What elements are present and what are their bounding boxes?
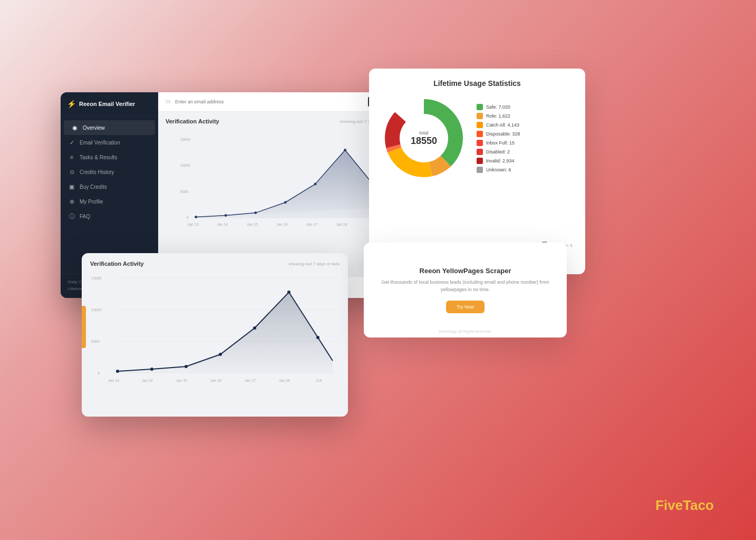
front-chart-title: Verification Activity — [90, 261, 144, 267]
svg-point-33 — [219, 353, 222, 356]
profile-icon: ⊕ — [68, 198, 75, 205]
svg-point-31 — [150, 368, 153, 371]
sidebar-item-tasks[interactable]: ≡ Tasks & Results — [61, 150, 158, 165]
svg-text:Jan 16: Jan 16 — [210, 379, 221, 382]
yellowpages-card: Reeon YellowPages Scraper Get thousands … — [364, 243, 567, 338]
svg-point-9 — [225, 214, 227, 217]
faq-icon: ⓘ — [68, 213, 75, 220]
buy-credits-icon: ▣ — [68, 183, 75, 190]
svg-text:Jan 13: Jan 13 — [188, 223, 199, 226]
svg-text:Jan 14: Jan 14 — [142, 379, 153, 382]
svg-point-11 — [284, 201, 287, 204]
legend-item: Invalid: 2,934 — [477, 158, 573, 164]
legend-item: Role: 1,622 — [477, 113, 573, 119]
sidebar-item-overview[interactable]: ◉ Overview — [64, 120, 155, 135]
sidebar-item-email-verification[interactable]: ✓ Email Verification — [61, 135, 158, 150]
donut-center: total 18550 — [411, 130, 437, 147]
email-input-icon: ✉ — [166, 98, 171, 105]
svg-text:Jan 15: Jan 15 — [247, 223, 258, 226]
svg-point-10 — [254, 211, 257, 214]
brand-taco: Taco — [683, 497, 714, 513]
svg-point-12 — [314, 182, 317, 185]
sidebar-item-faq-label: FAQ — [80, 214, 90, 219]
chart-title: Verification Activity — [166, 118, 219, 124]
svg-text:0: 0 — [187, 216, 189, 219]
sidebar-item-buy-credits[interactable]: ▣ Buy Credits — [61, 179, 158, 194]
svg-text:Jan 17: Jan 17 — [306, 223, 317, 226]
svg-text:Jan 16: Jan 16 — [277, 223, 288, 226]
yp-description: Get thousands of local business leads (i… — [379, 279, 552, 293]
fivetaco-branding: FiveTaco — [655, 497, 714, 514]
legend-item: Disposable: 328 — [477, 131, 573, 137]
svg-text:10000: 10000 — [180, 163, 190, 167]
yp-footer: technology. All Rights Reserved. — [364, 330, 567, 333]
svg-text:Jan 18: Jan 18 — [279, 379, 290, 382]
credits-history-icon: ⊙ — [68, 168, 75, 176]
chart-area: Verification Activity showing last 7 day… — [158, 112, 398, 276]
stats-legend: Safe: 7,020Role: 1,622Catch All: 4,143Di… — [477, 104, 573, 173]
svg-point-36 — [316, 336, 319, 339]
front-verification-chart: 15000 10000 5000 0 — [90, 270, 338, 397]
sidebar-item-buy-credits-label: Buy Credits — [80, 184, 107, 190]
tasks-icon: ≡ — [68, 153, 75, 161]
top-bar: ✉ Verify — [158, 92, 398, 112]
svg-text:0: 0 — [98, 371, 100, 375]
email-icon: ✓ — [68, 139, 75, 146]
sidebar-item-faq[interactable]: ⓘ FAQ — [61, 209, 158, 224]
legend-item: Safe: 7,020 — [477, 104, 573, 110]
donut-total-value: 18550 — [411, 136, 437, 147]
svg-point-8 — [195, 216, 197, 218]
legend-item: Inbox Full: 15 — [477, 140, 573, 146]
sidebar-brand: ⚡ Reeon Email Verifier — [61, 92, 158, 116]
front-chart-header: Verification Activity showing last 7 day… — [90, 261, 340, 267]
overview-icon: ◉ — [71, 124, 79, 131]
svg-text:Jan 13: Jan 13 — [108, 379, 119, 382]
yellow-accent-bar — [82, 306, 86, 348]
brand-icon: ⚡ — [67, 100, 76, 108]
brand-name: Reeon Email Verifier — [79, 101, 135, 107]
stats-title: Lifetime Usage Statistics — [382, 79, 573, 88]
svg-text:10000: 10000 — [91, 308, 102, 312]
front-chart-area: Verification Activity showing last 7 day… — [82, 253, 348, 403]
svg-text:Jan 18: Jan 18 — [336, 223, 347, 226]
donut-chart: total 18550 — [382, 96, 466, 180]
sidebar-item-profile-label: My Profile — [80, 199, 103, 205]
sidebar-item-credits-history-label: Credits History — [80, 169, 114, 175]
legend-item: Unknown: 6 — [477, 167, 573, 173]
svg-point-30 — [116, 370, 119, 373]
try-now-button[interactable]: Try Now — [446, 301, 484, 313]
stats-body: total 18550 Safe: 7,020Role: 1,622Catch … — [382, 96, 573, 180]
chart-header: Verification Activity showing last 7 day… — [166, 118, 391, 124]
brand-five: Five — [655, 497, 683, 513]
svg-point-32 — [185, 365, 188, 368]
yp-title: Reeon YellowPages Scraper — [420, 267, 511, 275]
svg-text:Jan 15: Jan 15 — [176, 379, 187, 382]
svg-text:15000: 15000 — [180, 138, 190, 141]
sidebar-item-overview-label: Overview — [83, 125, 105, 131]
svg-text:Jan 14: Jan 14 — [217, 223, 228, 226]
svg-point-35 — [287, 291, 290, 294]
legend-item: Catch All: 4,143 — [477, 122, 573, 128]
svg-text:5000: 5000 — [91, 340, 100, 343]
svg-point-34 — [253, 326, 256, 330]
sidebar-nav: ◉ Overview ✓ Email Verification ≡ Tasks … — [61, 116, 158, 273]
verification-chart: 15000 10000 5000 0 — [166, 129, 391, 234]
svg-text:5000: 5000 — [180, 190, 189, 194]
email-input[interactable] — [175, 99, 364, 104]
donut-total-label: total — [411, 130, 437, 136]
sidebar-item-profile[interactable]: ⊕ My Profile — [61, 194, 158, 209]
svg-text:J19: J19 — [316, 379, 322, 382]
sidebar-item-credits-history[interactable]: ⊙ Credits History — [61, 165, 158, 179]
svg-point-13 — [344, 149, 346, 151]
legend-item: Disabled: 2 — [477, 149, 573, 155]
svg-text:15000: 15000 — [91, 276, 102, 280]
svg-text:Jan 17: Jan 17 — [245, 379, 256, 382]
front-chart-subtitle: showing last 7 days of data — [288, 262, 340, 266]
sidebar-item-tasks-label: Tasks & Results — [80, 155, 117, 160]
dashboard-card-front: Verification Activity showing last 7 day… — [82, 253, 348, 417]
sidebar-item-email-label: Email Verification — [80, 140, 120, 146]
